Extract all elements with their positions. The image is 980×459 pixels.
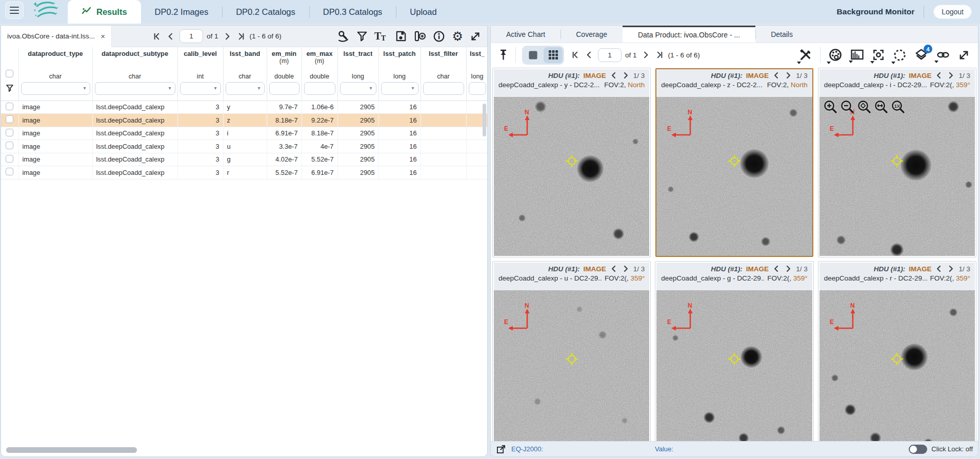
table-row[interactable]: imagelsst.deepCoadd_calexp3r5.52e-76.91e… (1, 166, 488, 179)
prev-page-icon[interactable] (584, 50, 594, 60)
expand-icon[interactable] (470, 31, 481, 42)
first-page-icon[interactable] (570, 50, 581, 60)
menu-button[interactable] (5, 2, 24, 19)
tab-details[interactable]: Details (755, 26, 808, 43)
magnifier-fill-icon[interactable] (874, 99, 888, 114)
table-row[interactable]: imagelsst.deepCoadd_calexp3i6.91e-78.18e… (1, 127, 488, 140)
prev-page-icon[interactable] (166, 31, 176, 42)
row-checkbox[interactable] (6, 168, 13, 175)
recenter-icon[interactable] (872, 48, 885, 62)
image-tile[interactable]: HDU (#1): IMAGE 1/ 3 deepCoadd_calexp - … (655, 68, 813, 257)
tile-image[interactable]: N E (819, 290, 975, 441)
popout-icon[interactable] (496, 444, 506, 454)
tab-results[interactable]: Results (68, 0, 141, 24)
background-monitor-button[interactable]: Background Monitor (837, 7, 915, 16)
link-icon[interactable] (936, 49, 950, 61)
table-row[interactable]: imagelsst.deepCoadd_calexp3u3.3e-74e-729… (1, 140, 488, 153)
vertical-scrollbar[interactable] (483, 104, 486, 136)
magnifier-fit-icon[interactable] (857, 99, 871, 114)
column-header-calib_level[interactable]: calib_levelint (177, 47, 223, 81)
hdu-next-icon[interactable] (622, 71, 630, 79)
row-checkbox[interactable] (6, 129, 13, 136)
column-header-lsst_band[interactable]: lsst_bandchar (223, 47, 267, 81)
tab-coverage[interactable]: Coverage (561, 26, 623, 43)
tile-image[interactable]: N E (494, 290, 649, 441)
last-page-icon[interactable] (654, 50, 665, 60)
tab-data-product[interactable]: Data Product: ivoa.ObsCore - ... (623, 26, 755, 43)
hdu-prev-icon[interactable] (772, 265, 781, 273)
row-checkbox[interactable] (6, 103, 13, 110)
filter-dataproduct_type[interactable]: ▾ (21, 82, 90, 95)
filter-toggle-icon[interactable] (6, 84, 14, 94)
pin-icon[interactable] (497, 49, 509, 61)
scrollbar-thumb[interactable] (6, 447, 137, 453)
text-view-icon[interactable]: TT (374, 31, 388, 42)
tile-image[interactable]: N E (656, 97, 812, 256)
last-page-icon[interactable] (236, 31, 246, 42)
column-header-em_min[interactable]: em_min(m)double (267, 47, 302, 81)
hdu-next-icon[interactable] (947, 265, 955, 273)
tab-dp03-catalogs[interactable]: DP0.3 Catalogs (309, 0, 396, 24)
layers-icon[interactable]: 4 (914, 48, 928, 62)
next-page-icon[interactable] (222, 31, 232, 42)
tab-dp02-catalogs[interactable]: DP0.2 Catalogs (222, 0, 309, 24)
image-tile[interactable]: HDU (#1): IMAGE 1/ 3 deepCoadd_calexp - … (493, 68, 650, 257)
tab-dp02-images[interactable]: DP0.2 Images (141, 0, 223, 24)
row-checkbox[interactable] (6, 142, 13, 149)
microscope-icon[interactable] (337, 30, 350, 43)
magnifier-plus-icon[interactable] (823, 99, 837, 114)
palette-icon[interactable] (828, 48, 843, 62)
image-tile[interactable]: HDU (#1): IMAGE 1/ 3 deepCoadd_calexp - … (818, 262, 976, 441)
filter-em_min[interactable] (269, 82, 299, 95)
dashed-circle-select-icon[interactable] (893, 48, 907, 62)
filter-lsst_[interactable] (469, 82, 486, 95)
gear-icon[interactable]: ⚙ (452, 30, 463, 43)
filter-lsst_tract[interactable]: ▾ (340, 82, 376, 95)
table-tab-obscore[interactable]: ivoa.ObsCore - data-int.lss... × (1, 26, 112, 47)
column-header-lsst_patch[interactable]: lsst_patchlong (378, 47, 421, 81)
column-header-em_max[interactable]: em_max(m)double (302, 47, 337, 81)
first-page-icon[interactable] (152, 31, 162, 42)
info-icon[interactable] (433, 30, 445, 43)
column-header-lsst_filter[interactable]: lsst_filterchar (421, 47, 466, 81)
hdu-prev-icon[interactable] (610, 71, 618, 79)
tile-image[interactable]: N E 1X (819, 97, 975, 256)
tile-image[interactable]: N E (494, 97, 649, 256)
hdu-next-icon[interactable] (622, 265, 630, 273)
hdu-next-icon[interactable] (784, 71, 792, 79)
hdu-next-icon[interactable] (947, 71, 955, 79)
hdu-next-icon[interactable] (784, 265, 792, 273)
column-header-lsst_[interactable]: lsst_long (466, 47, 488, 81)
next-page-icon[interactable] (641, 50, 651, 60)
column-header-dataproduct_type[interactable]: dataproduct_typechar (18, 47, 92, 81)
table-row[interactable]: imagelsst.deepCoadd_calexp3y9.7e-71.06e-… (1, 101, 488, 114)
filter-calib_level[interactable]: ▾ (180, 82, 221, 95)
table-row[interactable]: imagelsst.deepCoadd_calexp3z8.18e-79.22e… (1, 114, 488, 127)
image-tile[interactable]: HDU (#1): IMAGE 1/ 3 deepCoadd_calexp - … (493, 262, 650, 441)
filter-lsst_band[interactable]: ▾ (226, 82, 265, 95)
click-lock-toggle[interactable] (909, 445, 927, 454)
close-icon[interactable]: × (101, 32, 105, 40)
page-number-input[interactable] (598, 48, 622, 62)
logout-button[interactable]: Logout (933, 5, 972, 19)
select-all-checkbox[interactable] (6, 70, 13, 77)
hdu-prev-icon[interactable] (610, 265, 618, 273)
add-column-icon[interactable] (413, 30, 426, 42)
hdu-prev-icon[interactable] (772, 71, 781, 79)
image-tile[interactable]: HDU (#1): IMAGE 1/ 3 deepCoadd_calexp - … (655, 262, 813, 441)
histogram-stretch-icon[interactable] (850, 49, 864, 61)
magnifier-minus-icon[interactable] (840, 99, 854, 114)
filter-em_max[interactable] (304, 82, 335, 95)
filter-lsst_patch[interactable]: ▾ (381, 82, 418, 95)
tab-upload[interactable]: Upload (396, 0, 450, 24)
save-icon[interactable] (395, 30, 407, 42)
filter-lsst_filter[interactable] (423, 82, 464, 95)
filter-dataproduct_subtype[interactable]: ▾ (95, 82, 175, 95)
funnel-icon[interactable] (356, 31, 368, 42)
tab-active-chart[interactable]: Active Chart (491, 26, 561, 43)
grid-view-icon[interactable] (544, 47, 563, 63)
image-tile[interactable]: HDU (#1): IMAGE 1/ 3 deepCoadd_calexp - … (818, 68, 976, 257)
page-number-input[interactable] (179, 29, 203, 43)
row-checkbox[interactable] (6, 115, 13, 123)
single-view-icon[interactable] (524, 47, 543, 63)
